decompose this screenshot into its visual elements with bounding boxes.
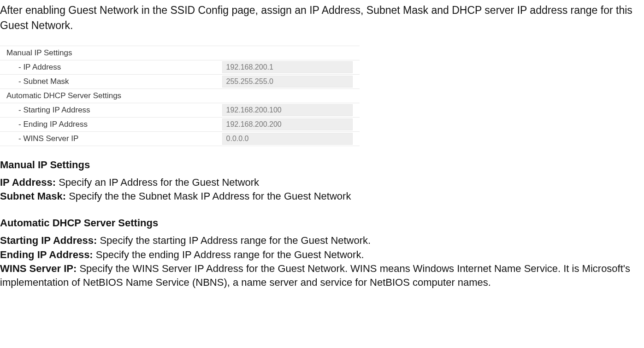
starting-ip-desc-text: Specify the starting IP Address range fo… bbox=[97, 235, 371, 246]
ending-ip-term: Ending IP Address: bbox=[0, 249, 93, 260]
subnet-mask-input[interactable] bbox=[222, 76, 353, 88]
ip-address-desc: IP Address: Specify an IP Address for th… bbox=[0, 176, 639, 189]
table-row: - IP Address bbox=[0, 60, 360, 74]
ip-address-term: IP Address: bbox=[0, 177, 56, 188]
ip-address-input[interactable] bbox=[222, 61, 353, 73]
table-row: - Ending IP Address bbox=[0, 117, 360, 131]
settings-table: Manual IP Settings - IP Address - Subnet… bbox=[0, 46, 360, 146]
empty-cell bbox=[222, 46, 360, 60]
subnet-mask-desc: Subnet Mask: Specify the the Subnet Mask… bbox=[0, 189, 639, 203]
page-root: After enabling Guest Network in the SSID… bbox=[0, 0, 644, 313]
table-row: Manual IP Settings bbox=[0, 46, 360, 60]
wins-server-desc-text: Specify the WINS Server IP Address for t… bbox=[0, 263, 630, 288]
ip-address-desc-text: Specify an IP Address for the Guest Netw… bbox=[56, 177, 259, 188]
wins-server-desc: WINS Server IP: Specify the WINS Server … bbox=[0, 262, 639, 290]
subnet-mask-desc-text: Specify the the Subnet Mask IP Address f… bbox=[66, 190, 351, 202]
ending-ip-input[interactable] bbox=[222, 118, 353, 130]
subnet-mask-term: Subnet Mask: bbox=[0, 190, 66, 202]
starting-ip-label: - Starting IP Address bbox=[0, 103, 222, 117]
starting-ip-cell bbox=[222, 103, 360, 117]
intro-paragraph: After enabling Guest Network in the SSID… bbox=[0, 3, 639, 34]
ip-address-label: - IP Address bbox=[0, 60, 222, 74]
manual-ip-settings-header: Manual IP Settings bbox=[0, 46, 222, 60]
subnet-mask-label: - Subnet Mask bbox=[0, 74, 222, 88]
empty-cell bbox=[222, 88, 360, 103]
dhcp-settings-heading: Automatic DHCP Server Settings bbox=[0, 217, 639, 229]
manual-ip-settings-heading: Manual IP Settings bbox=[0, 159, 639, 171]
table-row: - WINS Server IP bbox=[0, 131, 360, 146]
ip-address-cell bbox=[222, 60, 360, 74]
wins-server-label: - WINS Server IP bbox=[0, 131, 222, 146]
wins-server-input[interactable] bbox=[222, 133, 353, 145]
dhcp-desc-block: Starting IP Address: Specify the startin… bbox=[0, 234, 639, 289]
wins-server-term: WINS Server IP: bbox=[0, 263, 77, 274]
starting-ip-desc: Starting IP Address: Specify the startin… bbox=[0, 234, 639, 248]
dhcp-settings-header: Automatic DHCP Server Settings bbox=[0, 88, 222, 103]
subnet-mask-cell bbox=[222, 74, 360, 88]
starting-ip-term: Starting IP Address: bbox=[0, 235, 97, 246]
ending-ip-cell bbox=[222, 117, 360, 131]
ending-ip-desc: Ending IP Address: Specify the ending IP… bbox=[0, 248, 639, 262]
ending-ip-label: - Ending IP Address bbox=[0, 117, 222, 131]
ending-ip-desc-text: Specify the ending IP Address range for … bbox=[93, 249, 364, 260]
starting-ip-input[interactable] bbox=[222, 104, 353, 116]
table-row: - Starting IP Address bbox=[0, 103, 360, 117]
wins-server-cell bbox=[222, 131, 360, 146]
table-row: - Subnet Mask bbox=[0, 74, 360, 88]
manual-ip-desc-block: IP Address: Specify an IP Address for th… bbox=[0, 176, 639, 204]
table-row: Automatic DHCP Server Settings bbox=[0, 88, 360, 103]
